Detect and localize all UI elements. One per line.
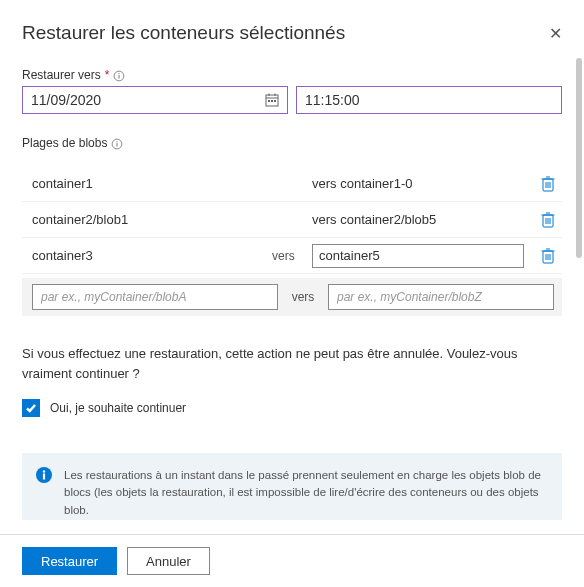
info-icon[interactable] (113, 68, 125, 82)
svg-point-1 (119, 73, 120, 74)
svg-point-32 (43, 470, 45, 472)
delete-icon[interactable] (534, 248, 562, 264)
blob-ranges-label-text: Plages de blobs (22, 136, 107, 150)
range-vers: vers (272, 249, 312, 263)
range-vers: vers (284, 290, 322, 304)
restore-to-label: Restaurer vers* (22, 68, 562, 82)
table-row: container1 vers container1-0 (22, 166, 562, 202)
range-to: vers container1-0 (312, 176, 534, 191)
svg-rect-12 (117, 143, 118, 146)
close-icon[interactable]: ✕ (549, 24, 562, 43)
scrollbar[interactable] (576, 58, 582, 258)
cancel-button[interactable]: Annuler (127, 547, 210, 575)
svg-rect-2 (119, 75, 120, 78)
calendar-icon (265, 93, 279, 107)
svg-rect-8 (271, 100, 273, 102)
svg-rect-33 (43, 474, 45, 480)
info-box: Les restaurations à un instant dans le p… (22, 453, 562, 520)
svg-point-11 (117, 141, 118, 142)
range-to-input[interactable]: container5 (312, 244, 524, 268)
table-row: container3 vers container5 (22, 238, 562, 274)
confirm-checkbox-label: Oui, je souhaite continuer (50, 401, 186, 415)
range-from: container1 (22, 176, 272, 191)
restore-time-input[interactable]: 11:15:00 (296, 86, 562, 114)
confirm-checkbox-row[interactable]: Oui, je souhaite continuer (22, 399, 562, 417)
confirm-warning: Si vous effectuez une restauration, cett… (22, 344, 562, 383)
info-icon (36, 467, 52, 519)
delete-icon[interactable] (534, 176, 562, 192)
restore-button[interactable]: Restaurer (22, 547, 117, 575)
info-text: Les restaurations à un instant dans le p… (64, 467, 548, 519)
range-to: vers container2/blob5 (312, 212, 534, 227)
blob-ranges-table: container1 vers container1-0 container2/… (22, 166, 562, 316)
restore-date-input[interactable]: 11/09/2020 (22, 86, 288, 114)
required-star: * (105, 68, 110, 82)
info-icon[interactable] (111, 136, 123, 150)
dialog-footer: Restaurer Annuler (0, 534, 584, 587)
restore-date-value: 11/09/2020 (31, 92, 101, 108)
confirm-checkbox[interactable] (22, 399, 40, 417)
svg-rect-7 (268, 100, 270, 102)
range-from: container3 (22, 248, 272, 263)
range-from-input[interactable] (32, 284, 278, 310)
restore-time-value: 11:15:00 (305, 92, 360, 108)
range-to-input[interactable] (328, 284, 554, 310)
dialog-title: Restaurer les conteneurs sélectionnés (22, 22, 345, 44)
new-range-row: vers (22, 278, 562, 316)
svg-rect-9 (274, 100, 276, 102)
range-from: container2/blob1 (22, 212, 272, 227)
blob-ranges-label: Plages de blobs (22, 136, 562, 150)
table-row: container2/blob1 vers container2/blob5 (22, 202, 562, 238)
restore-to-label-text: Restaurer vers (22, 68, 101, 82)
delete-icon[interactable] (534, 212, 562, 228)
